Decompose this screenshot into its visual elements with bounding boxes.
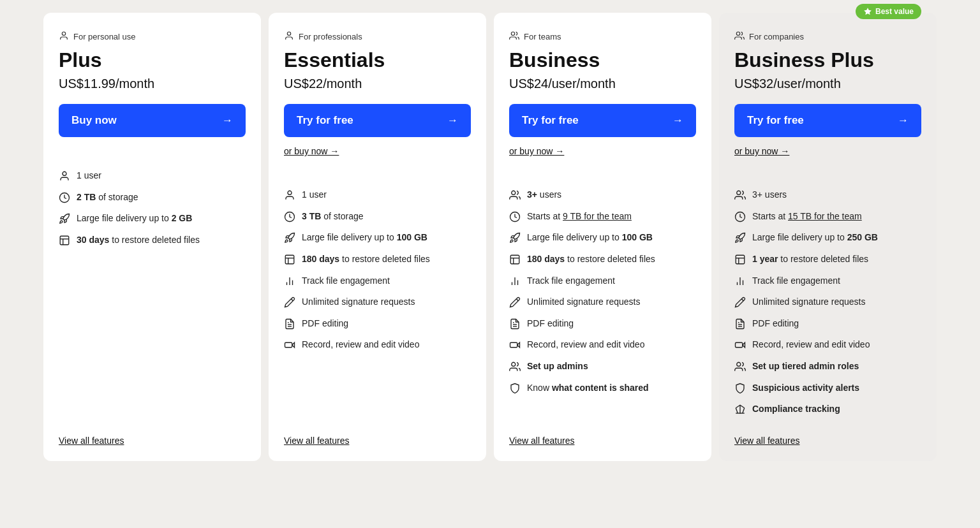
svg-rect-18 (510, 255, 519, 264)
rocket-icon (284, 232, 295, 244)
rocket-icon (734, 232, 746, 244)
user-icon (59, 170, 70, 182)
plan-name-business-plus: Business Plus (734, 49, 921, 71)
view-all-features-essentials[interactable]: View all features (284, 436, 471, 446)
feature-item: Compliance tracking (734, 399, 921, 420)
cta-button-essentials[interactable]: Try for free → (284, 104, 471, 137)
buy-now-link-essentials[interactable]: or buy now → (284, 146, 471, 156)
feature-text: Large file delivery up to 100 GB (527, 231, 653, 244)
feature-item: 3 TB of storage (284, 206, 471, 228)
plan-card-essentials: For professionals Essentials US$22/month… (269, 13, 486, 461)
cta-button-business-plus[interactable]: Try for free → (734, 104, 921, 137)
feature-text: Starts at 9 TB for the team (527, 210, 632, 223)
feature-item: Suspicious activity alerts (734, 378, 921, 399)
plan-price-plus: US$11.99/month (59, 77, 246, 91)
video-icon (734, 339, 746, 351)
feature-item: PDF editing (284, 313, 471, 335)
feature-text: 1 user (302, 189, 327, 202)
feature-text: Record, review and edit video (527, 339, 644, 351)
feature-item: Record, review and edit video (284, 334, 471, 356)
chart-icon (284, 275, 295, 287)
feature-item: 3+ users (734, 184, 921, 206)
feature-item: Track file engagement (509, 270, 696, 292)
plan-card-business: For teams Business US$24/user/month Try … (494, 13, 711, 461)
feature-item: Set up admins (509, 356, 696, 378)
feature-item: 3+ users (509, 184, 696, 206)
svg-rect-31 (736, 255, 745, 264)
feature-text: 3 TB of storage (302, 210, 364, 223)
cta-button-plus[interactable]: Buy now → (59, 104, 246, 137)
svg-point-26 (512, 362, 516, 366)
pdf-icon (284, 318, 295, 330)
restore-icon (509, 254, 521, 265)
audience-icon (59, 31, 69, 43)
shield-icon (734, 383, 746, 394)
feature-text: Record, review and edit video (752, 339, 870, 351)
best-value-badge: Best value (856, 4, 921, 19)
buy-now-link-business-plus[interactable]: or buy now → (734, 146, 921, 156)
audience-label: For personal use (73, 32, 136, 41)
view-all-features-business-plus[interactable]: View all features (734, 436, 921, 446)
restore-icon (284, 254, 295, 265)
audience-icon (734, 31, 745, 43)
arrow-icon: → (447, 114, 458, 127)
feature-text: Unlimited signature requests (527, 296, 640, 309)
feature-text: 1 user (77, 170, 101, 182)
svg-rect-3 (60, 236, 69, 245)
scale-icon (734, 404, 746, 415)
feature-text: Large file delivery up to 250 GB (752, 231, 878, 244)
plan-card-plus: For personal use Plus US$11.99/month Buy… (43, 13, 261, 461)
feature-item: Starts at 9 TB for the team (509, 206, 696, 228)
feature-item: 180 days to restore deleted files (284, 249, 471, 270)
feature-text: Set up tiered admin roles (752, 360, 859, 373)
feature-text: Track file engagement (527, 275, 615, 288)
view-all-features-plus[interactable]: View all features (59, 436, 246, 446)
feature-text: 180 days to restore deleted files (527, 253, 655, 266)
admin-icon (509, 361, 521, 372)
plan-audience-essentials: For professionals (284, 31, 471, 43)
buy-now-link-business[interactable]: or buy now → (509, 146, 696, 156)
feature-item: Unlimited signature requests (509, 291, 696, 313)
plan-name-business: Business (509, 49, 696, 71)
arrow-icon: → (898, 114, 909, 127)
feature-text: Record, review and edit video (302, 339, 419, 351)
cta-label: Buy now (71, 114, 117, 127)
svg-line-42 (736, 408, 738, 413)
feature-text: 3+ users (527, 189, 561, 202)
clock-icon (284, 211, 295, 223)
clock-icon (734, 211, 746, 223)
feature-text: 2 TB of storage (77, 191, 138, 204)
plan-name-plus: Plus (59, 49, 246, 71)
audience-label: For companies (749, 32, 804, 41)
plan-card-business-plus: Best value For companies Business Plus U… (719, 13, 937, 461)
features-list-essentials: 1 user 3 TB of storage Large file delive… (284, 184, 471, 420)
admin-icon (734, 361, 746, 372)
feature-item: 1 user (59, 165, 246, 187)
svg-point-39 (737, 362, 741, 366)
features-list-business-plus: 3+ users Starts at 15 TB for the team La… (734, 184, 921, 420)
feature-item: Starts at 15 TB for the team (734, 206, 921, 228)
feature-item: 2 TB of storage (59, 187, 246, 209)
feature-text: Set up admins (527, 360, 588, 373)
feature-item: Record, review and edit video (509, 334, 696, 356)
feature-text: Compliance tracking (752, 403, 840, 416)
rocket-icon (509, 232, 521, 244)
feature-text: Large file delivery up to 2 GB (77, 212, 192, 225)
view-all-features-business[interactable]: View all features (509, 436, 696, 446)
arrow-icon: → (222, 114, 233, 127)
cta-button-business[interactable]: Try for free → (509, 104, 696, 137)
clock-icon (59, 192, 70, 203)
svg-point-1 (63, 172, 66, 175)
plan-price-essentials: US$22/month (284, 77, 471, 91)
feature-item: Unlimited signature requests (734, 291, 921, 313)
feature-item: Large file delivery up to 2 GB (59, 208, 246, 230)
feature-text: 3+ users (752, 189, 787, 202)
feature-text: Track file engagement (302, 275, 390, 288)
cta-label: Try for free (747, 114, 804, 127)
svg-point-0 (62, 32, 65, 35)
plan-audience-business: For teams (509, 31, 696, 43)
feature-item: 30 days to restore deleted files (59, 230, 246, 251)
plan-audience-plus: For personal use (59, 31, 246, 43)
feature-text: 1 year to restore deleted files (752, 253, 868, 266)
feature-text: Unlimited signature requests (752, 296, 865, 309)
